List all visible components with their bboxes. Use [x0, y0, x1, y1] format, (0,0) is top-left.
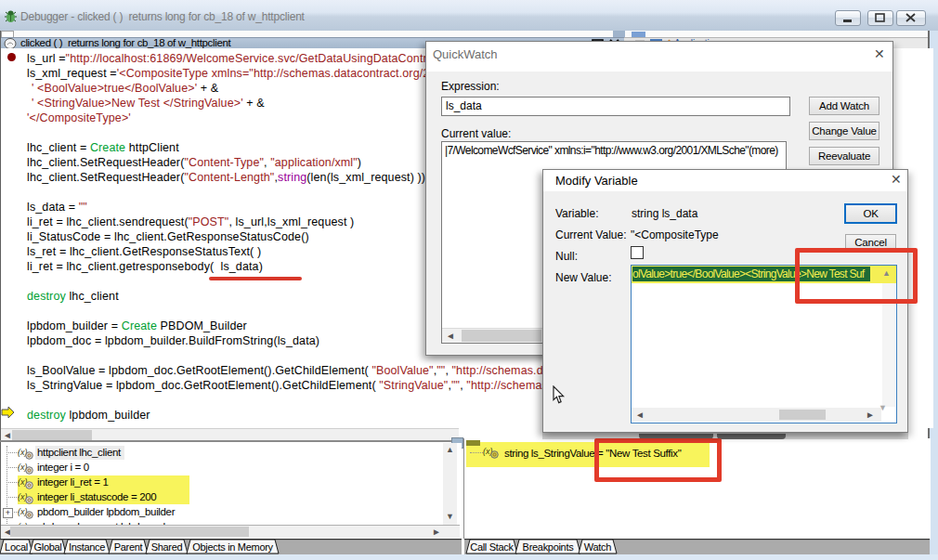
svg-text:Breakpoints: Breakpoints	[523, 541, 575, 553]
svg-text:Instance: Instance	[69, 541, 105, 553]
svg-text:Watch: Watch	[584, 541, 611, 553]
svg-text:Call Stack: Call Stack	[470, 541, 514, 553]
svg-text:Local: Local	[5, 541, 28, 553]
svg-text:Global: Global	[34, 541, 62, 553]
svg-text:Parent: Parent	[114, 541, 143, 553]
svg-text:Shared: Shared	[151, 541, 183, 553]
svg-text:Objects in Memory: Objects in Memory	[192, 541, 273, 553]
